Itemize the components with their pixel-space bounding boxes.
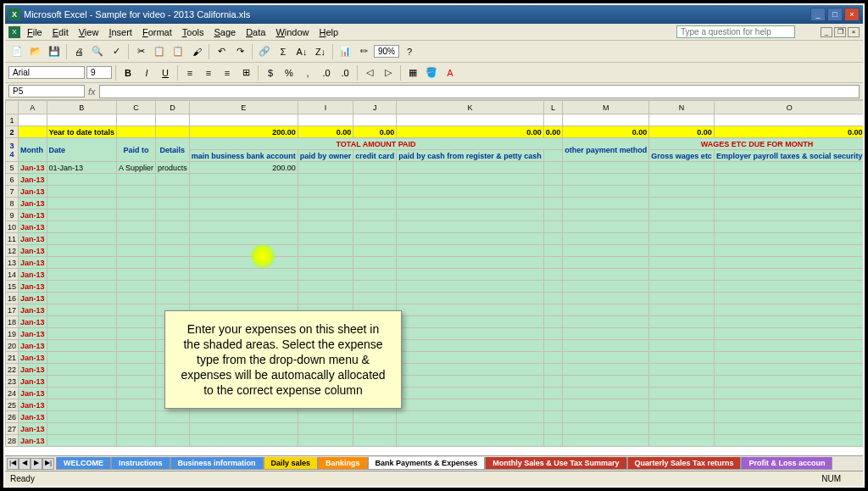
row-header[interactable]: 25	[6, 399, 19, 411]
col-header-I[interactable]: I	[298, 101, 353, 114]
cell[interactable]	[397, 304, 544, 316]
cell[interactable]	[47, 174, 117, 186]
cell[interactable]	[649, 269, 715, 281]
cell[interactable]	[156, 293, 190, 304]
cell[interactable]	[397, 209, 544, 221]
cell[interactable]	[189, 209, 298, 221]
cell[interactable]	[117, 186, 156, 198]
cell[interactable]	[298, 293, 353, 304]
row-header[interactable]: 6	[6, 174, 19, 186]
cell[interactable]	[47, 328, 117, 340]
cell[interactable]	[353, 423, 397, 435]
cell[interactable]: Jan-13	[19, 257, 47, 269]
zoom-select[interactable]: 90%	[374, 45, 399, 58]
cell[interactable]	[649, 388, 715, 399]
help-input[interactable]	[676, 25, 795, 38]
cell[interactable]	[397, 328, 544, 340]
col-header-L[interactable]: L	[543, 101, 563, 114]
cell[interactable]	[47, 186, 117, 198]
hdr-paidowner[interactable]: paid by owner	[298, 150, 353, 162]
sheet-tab-instructions[interactable]: Instructions	[111, 457, 170, 470]
cell[interactable]	[714, 340, 863, 352]
cell[interactable]	[649, 209, 715, 221]
cell[interactable]: Jan-13	[19, 245, 47, 257]
hdr-paidto[interactable]: Paid to	[117, 138, 156, 162]
cell[interactable]: Jan-13	[19, 233, 47, 245]
cell[interactable]	[649, 352, 715, 364]
row-header[interactable]: 13	[6, 257, 19, 269]
cell[interactable]	[714, 281, 863, 293]
cell[interactable]	[563, 174, 649, 186]
cell[interactable]	[714, 198, 863, 209]
cell[interactable]: Jan-13	[19, 423, 47, 435]
save-button[interactable]: 💾	[46, 43, 63, 60]
cell[interactable]	[117, 198, 156, 209]
cell[interactable]	[353, 233, 397, 245]
cell[interactable]	[189, 198, 298, 209]
cell[interactable]	[397, 198, 544, 209]
cell[interactable]	[47, 293, 117, 304]
col-header-A[interactable]: A	[19, 101, 47, 114]
cell[interactable]	[156, 126, 190, 138]
cell[interactable]	[117, 411, 156, 423]
row-header[interactable]: 1	[6, 114, 19, 126]
hdr-mainbank[interactable]: main business bank account	[189, 150, 298, 162]
cell[interactable]	[47, 340, 117, 352]
hdr-employer[interactable]: Employer payroll taxes & social security	[714, 150, 863, 162]
cell[interactable]	[397, 364, 544, 376]
sort-desc-button[interactable]: Z↓	[312, 43, 329, 60]
cell[interactable]	[543, 328, 563, 340]
row-header[interactable]: 20	[6, 340, 19, 352]
cell[interactable]	[298, 245, 353, 257]
cell[interactable]: Jan-13	[19, 162, 47, 174]
undo-button[interactable]: ↶	[213, 43, 230, 60]
cell[interactable]	[714, 352, 863, 364]
cell[interactable]	[543, 435, 563, 447]
cell[interactable]	[397, 340, 544, 352]
cell[interactable]	[156, 186, 190, 198]
maximize-button[interactable]: □	[827, 8, 843, 21]
cell[interactable]: 0.00	[543, 126, 563, 138]
merge-button[interactable]: ⊞	[237, 64, 254, 81]
cell[interactable]	[543, 352, 563, 364]
cell[interactable]	[47, 399, 117, 411]
cell[interactable]	[117, 423, 156, 435]
cell[interactable]	[563, 411, 649, 423]
cell[interactable]	[649, 281, 715, 293]
cell[interactable]	[563, 293, 649, 304]
cell[interactable]	[298, 174, 353, 186]
spell-button[interactable]: ✓	[108, 43, 125, 60]
cell[interactable]	[649, 245, 715, 257]
cell[interactable]	[47, 281, 117, 293]
cell[interactable]	[353, 269, 397, 281]
cell[interactable]	[397, 281, 544, 293]
cell[interactable]	[117, 352, 156, 364]
cell[interactable]	[397, 352, 544, 364]
cell[interactable]	[649, 364, 715, 376]
cell[interactable]	[563, 388, 649, 399]
cell[interactable]: Jan-13	[19, 186, 47, 198]
cell[interactable]	[543, 221, 563, 233]
cell[interactable]	[563, 114, 649, 126]
sheet-tab-profit-loss-accoun[interactable]: Profit & Loss accoun	[741, 457, 832, 470]
cell[interactable]	[117, 221, 156, 233]
cell[interactable]	[714, 423, 863, 435]
cell[interactable]	[298, 411, 353, 423]
menu-window[interactable]: Window	[270, 27, 314, 37]
cell[interactable]: 0.00	[397, 126, 544, 138]
font-name-select[interactable]	[8, 66, 85, 79]
cell[interactable]: 0.00	[298, 126, 353, 138]
row-header[interactable]: 14	[6, 269, 19, 281]
cell[interactable]	[714, 174, 863, 186]
cell[interactable]	[156, 233, 190, 245]
cell[interactable]	[563, 221, 649, 233]
cell[interactable]	[397, 186, 544, 198]
cell[interactable]	[156, 209, 190, 221]
cell[interactable]	[563, 304, 649, 316]
cell[interactable]	[714, 209, 863, 221]
row-header[interactable]: 10	[6, 221, 19, 233]
row-header[interactable]: 12	[6, 245, 19, 257]
cell[interactable]: Jan-13	[19, 269, 47, 281]
cell[interactable]	[117, 269, 156, 281]
sheet-tab-bank-payments-expenses[interactable]: Bank Payments & Expenses	[368, 457, 486, 470]
